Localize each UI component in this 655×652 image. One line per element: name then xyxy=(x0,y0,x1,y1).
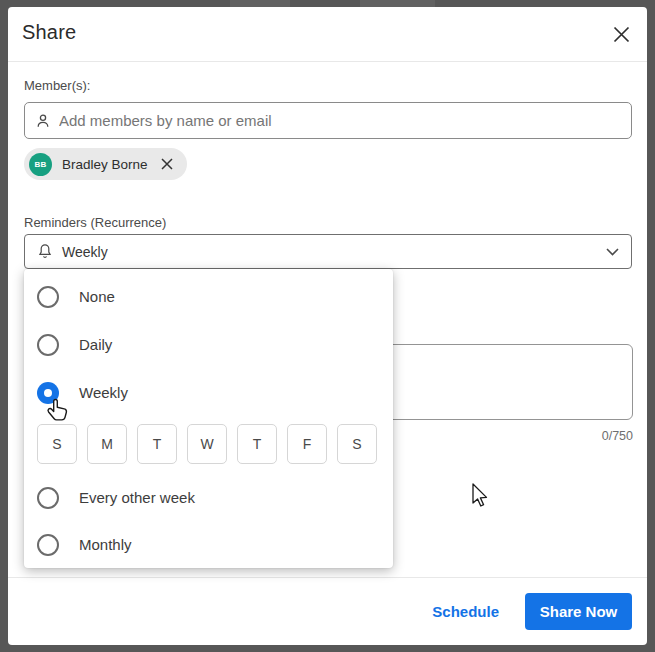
radio-icon[interactable] xyxy=(37,286,59,308)
close-button[interactable] xyxy=(609,22,633,46)
day-button-sun[interactable]: S xyxy=(37,424,77,464)
option-every-other-week[interactable]: Every other week xyxy=(24,474,393,521)
remove-member-button[interactable] xyxy=(159,156,175,172)
option-label: None xyxy=(79,288,115,305)
header-divider xyxy=(8,61,647,62)
day-button-thu[interactable]: T xyxy=(237,424,277,464)
dialog-header: Share xyxy=(8,7,647,61)
close-icon xyxy=(613,26,630,43)
day-button-wed[interactable]: W xyxy=(187,424,227,464)
chevron-down-icon xyxy=(606,248,619,256)
dialog-title: Share xyxy=(22,21,76,44)
close-icon xyxy=(161,158,173,170)
day-button-tue[interactable]: T xyxy=(137,424,177,464)
weekday-selector: S M T W T F S xyxy=(37,424,377,464)
recurrence-selected-value: Weekly xyxy=(62,244,606,260)
day-button-mon[interactable]: M xyxy=(87,424,127,464)
radio-selected-icon[interactable] xyxy=(37,382,59,404)
dialog-footer: Schedule Share Now xyxy=(8,578,647,645)
add-members-input[interactable] xyxy=(59,112,621,129)
arrow-cursor xyxy=(471,483,491,511)
share-now-button[interactable]: Share Now xyxy=(525,593,632,630)
backdrop-element xyxy=(230,0,290,7)
option-monthly[interactable]: Monthly xyxy=(24,521,393,568)
option-label: Every other week xyxy=(79,489,195,506)
recurrence-select[interactable]: Weekly xyxy=(24,234,632,269)
bell-icon xyxy=(37,243,53,260)
radio-icon[interactable] xyxy=(37,487,59,509)
day-button-sat[interactable]: S xyxy=(337,424,377,464)
member-chip-name: Bradley Borne xyxy=(62,157,148,172)
share-dialog: Share Member(s): BB Bradley Borne Remind… xyxy=(8,7,647,645)
option-daily[interactable]: Daily xyxy=(24,321,393,368)
person-icon xyxy=(35,113,51,129)
option-label: Weekly xyxy=(79,384,128,401)
option-none[interactable]: None xyxy=(24,273,393,320)
schedule-button[interactable]: Schedule xyxy=(432,603,499,620)
members-label: Member(s): xyxy=(24,78,90,93)
option-label: Monthly xyxy=(79,536,132,553)
radio-icon[interactable] xyxy=(37,534,59,556)
option-label: Daily xyxy=(79,336,112,353)
recurrence-dropdown-panel: None Daily Weekly S M T W T F S Every ot… xyxy=(24,269,393,568)
reminders-label: Reminders (Recurrence) xyxy=(24,215,166,230)
option-weekly[interactable]: Weekly xyxy=(24,369,393,416)
day-button-fri[interactable]: F xyxy=(287,424,327,464)
backdrop-element xyxy=(360,0,435,7)
member-chip[interactable]: BB Bradley Borne xyxy=(24,148,187,180)
avatar: BB xyxy=(29,153,52,176)
member-input-container xyxy=(24,102,632,139)
radio-icon[interactable] xyxy=(37,334,59,356)
